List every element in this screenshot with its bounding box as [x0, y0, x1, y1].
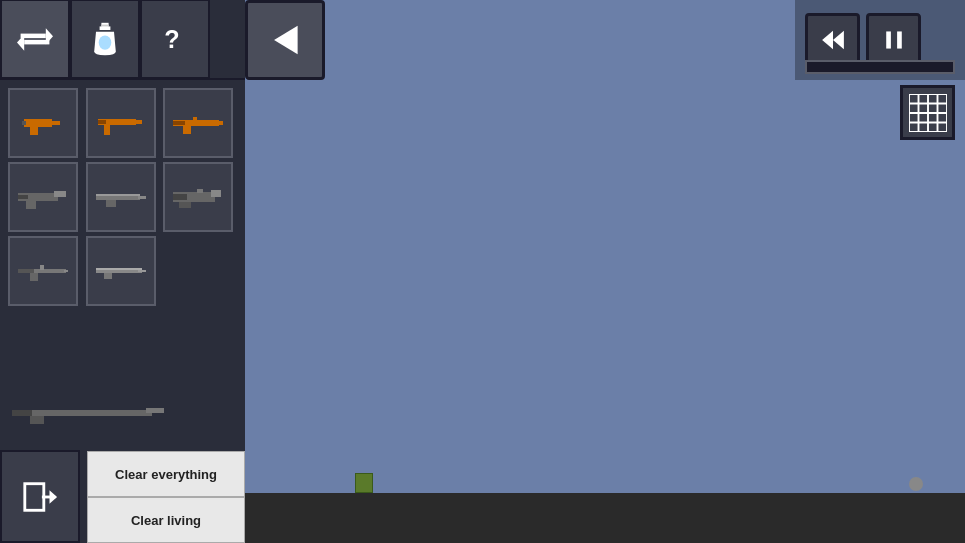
- svg-marker-50: [50, 490, 58, 503]
- svg-rect-24: [54, 191, 66, 197]
- svg-rect-21: [193, 117, 197, 121]
- svg-rect-36: [30, 273, 38, 281]
- svg-rect-9: [24, 119, 52, 127]
- svg-rect-54: [886, 31, 891, 48]
- weapon-cell-shotgun[interactable]: [86, 162, 156, 232]
- svg-rect-23: [26, 201, 36, 209]
- svg-rect-18: [183, 126, 191, 134]
- svg-rect-14: [104, 125, 110, 135]
- weapon-cell-smg[interactable]: [86, 88, 156, 158]
- svg-rect-37: [64, 270, 68, 272]
- weapon-icon-machinegun: [94, 257, 148, 285]
- back-icon: [264, 19, 306, 61]
- ground: [245, 493, 965, 543]
- weapon-icon-sniper: [16, 257, 70, 285]
- potion-icon: [87, 21, 123, 57]
- svg-rect-15: [132, 120, 142, 124]
- svg-rect-41: [96, 268, 142, 270]
- help-button[interactable]: ?: [140, 0, 210, 79]
- grid-toggle-button[interactable]: [900, 85, 955, 140]
- bottom-weapon-icon: [10, 398, 190, 428]
- svg-rect-46: [146, 408, 164, 413]
- svg-rect-5: [100, 26, 111, 30]
- context-menu: Clear everything Clear living: [87, 451, 245, 543]
- svg-rect-43: [138, 270, 146, 272]
- svg-rect-2: [24, 40, 49, 45]
- weapon-cell-pistol[interactable]: [8, 88, 78, 158]
- svg-rect-34: [197, 189, 203, 193]
- exit-icon: [21, 478, 59, 516]
- potion-button[interactable]: [70, 0, 140, 79]
- svg-rect-45: [30, 416, 44, 424]
- svg-text:?: ?: [164, 25, 179, 53]
- svg-rect-42: [104, 273, 112, 279]
- sidebar: ?: [0, 0, 245, 543]
- progress-bar-container: [805, 60, 955, 74]
- svg-marker-53: [833, 31, 844, 50]
- weapon-cell-heavy2[interactable]: [163, 162, 233, 232]
- svg-rect-48: [25, 483, 44, 510]
- bottom-weapon-area: [0, 383, 245, 443]
- exit-button[interactable]: [0, 450, 80, 543]
- player-entity: [355, 473, 373, 493]
- svg-rect-31: [179, 202, 191, 208]
- svg-rect-16: [98, 120, 106, 124]
- clear-living-button[interactable]: Clear living: [87, 497, 245, 543]
- svg-rect-29: [138, 196, 146, 199]
- weapon-cell-sniper[interactable]: [8, 236, 78, 306]
- svg-rect-39: [40, 265, 44, 270]
- question-icon: ?: [157, 21, 193, 57]
- weapon-grid: [0, 80, 245, 314]
- svg-marker-52: [822, 31, 833, 50]
- weapon-cell-heavy1[interactable]: [8, 162, 78, 232]
- weapon-icon-shotgun: [94, 183, 148, 211]
- svg-rect-32: [211, 190, 221, 197]
- toolbar: ?: [0, 0, 245, 80]
- svg-rect-11: [50, 121, 60, 125]
- pause-icon: [880, 26, 908, 54]
- weapon-icon-heavy1: [16, 183, 70, 211]
- weapon-icon-rifle: [171, 109, 225, 137]
- svg-rect-19: [215, 121, 223, 125]
- right-ground-icon: [909, 477, 923, 491]
- rewind-icon: [819, 26, 847, 54]
- svg-point-6: [99, 35, 112, 49]
- swap-icon: [17, 21, 53, 57]
- svg-rect-33: [173, 194, 187, 200]
- svg-rect-27: [96, 194, 140, 196]
- svg-rect-12: [22, 121, 26, 125]
- svg-rect-44: [12, 410, 152, 416]
- svg-rect-10: [30, 127, 38, 135]
- svg-rect-7: [101, 25, 108, 27]
- weapon-cell-rifle[interactable]: [163, 88, 233, 158]
- svg-rect-55: [897, 31, 902, 48]
- swap-button[interactable]: [0, 0, 70, 79]
- weapon-cell-machinegun[interactable]: [86, 236, 156, 306]
- clear-everything-button[interactable]: Clear everything: [87, 451, 245, 497]
- svg-marker-51: [274, 26, 298, 55]
- svg-rect-47: [12, 410, 32, 416]
- weapon-icon-smg: [94, 109, 148, 137]
- weapon-icon-pistol: [16, 109, 70, 137]
- svg-rect-28: [106, 200, 116, 207]
- svg-rect-20: [173, 121, 185, 125]
- game-area: [245, 0, 965, 543]
- weapon-icon-heavy2: [171, 183, 225, 211]
- svg-rect-0: [21, 34, 46, 39]
- grid-icon: [909, 94, 947, 132]
- back-button[interactable]: [245, 0, 325, 80]
- svg-rect-38: [18, 269, 34, 273]
- svg-rect-25: [18, 195, 28, 199]
